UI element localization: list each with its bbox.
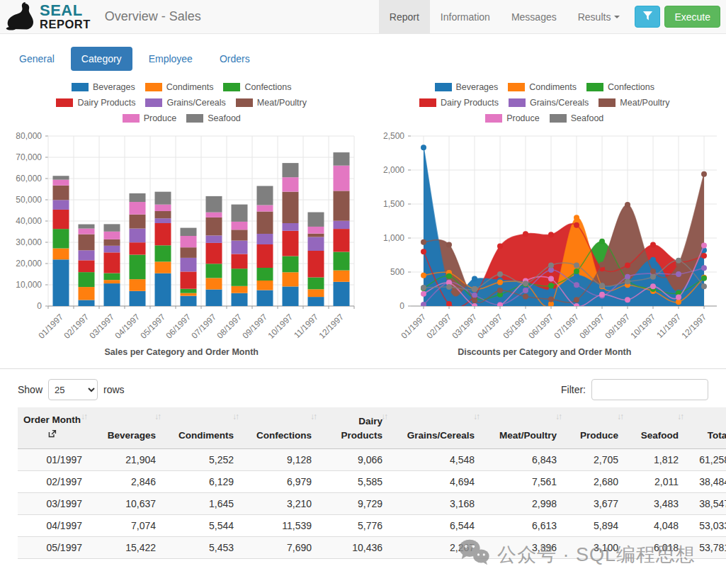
bar-segment-beverages[interactable] (103, 283, 120, 306)
bar-segment-meat-poultry[interactable] (154, 211, 171, 218)
column-header-total[interactable]: ↓↑Total (686, 407, 726, 449)
bar-segment-condiments[interactable] (333, 271, 349, 282)
sort-arrows-icon[interactable]: ↓↑ (617, 411, 623, 423)
bar-segment-seafood[interactable] (307, 213, 324, 227)
point-seafood[interactable] (421, 285, 426, 290)
bar-segment-dairy-products[interactable] (154, 223, 171, 245)
bar-segment-grains-cereals[interactable] (103, 246, 120, 253)
bar-segment-grains-cereals[interactable] (180, 258, 196, 272)
point-produce[interactable] (676, 295, 681, 300)
point-confections[interactable] (599, 239, 605, 244)
bar-segment-grains-cereals[interactable] (129, 229, 145, 243)
bar-segment-meat-poultry[interactable] (307, 234, 324, 237)
sort-arrows-icon[interactable]: ↓↑ (381, 411, 387, 423)
bar-segment-beverages[interactable] (333, 282, 349, 306)
bar-segment-produce[interactable] (180, 236, 196, 247)
tab-category[interactable]: Category (71, 47, 132, 71)
point-meat-poultry[interactable] (523, 294, 528, 300)
point-confections[interactable] (574, 268, 579, 274)
bar-segment-produce[interactable] (333, 166, 349, 191)
point-dairy-products[interactable] (497, 244, 503, 249)
point-meat-poultry[interactable] (650, 268, 656, 274)
bar-segment-seafood[interactable] (78, 225, 94, 229)
bar-segment-meat-poultry[interactable] (129, 215, 145, 229)
legend-item-grains-cereals[interactable]: Grains/Cereals (509, 95, 589, 111)
bar-segment-confections[interactable] (52, 229, 69, 248)
nav-item-information[interactable]: Information (430, 0, 501, 33)
bar-segment-condiments[interactable] (282, 272, 298, 286)
bar-segment-produce[interactable] (78, 229, 94, 234)
bar-segment-dairy-products[interactable] (180, 271, 196, 288)
bar-segment-confections[interactable] (103, 273, 120, 281)
bar-segment-produce[interactable] (154, 205, 171, 211)
bar-segment-confections[interactable] (180, 289, 196, 293)
point-meat-poultry[interactable] (599, 261, 605, 267)
point-condiments[interactable] (497, 279, 503, 285)
bar-segment-dairy-products[interactable] (52, 210, 69, 229)
sort-arrows-icon[interactable]: ↓↑ (555, 411, 561, 423)
bar-segment-seafood[interactable] (205, 196, 222, 213)
column-header-seafood[interactable]: ↓↑Seafood (625, 407, 686, 449)
bar-segment-grains-cereals[interactable] (282, 223, 298, 231)
point-grains-cereals[interactable] (676, 271, 681, 277)
point-dairy-products[interactable] (421, 249, 426, 254)
point-seafood[interactable] (548, 262, 554, 268)
bar-segment-beverages[interactable] (129, 291, 145, 306)
bar-segment-beverages[interactable] (307, 297, 324, 306)
bar-segment-grains-cereals[interactable] (256, 234, 273, 244)
bar-segment-condiments[interactable] (52, 249, 69, 260)
bar-segment-produce[interactable] (256, 205, 273, 212)
point-seafood[interactable] (625, 278, 630, 284)
bar-segment-dairy-products[interactable] (231, 254, 247, 269)
legend-item-produce[interactable]: Produce (485, 111, 540, 126)
filter-input[interactable] (591, 379, 708, 400)
column-header-condiments[interactable]: ↓↑Condiments (163, 407, 241, 449)
point-produce[interactable] (650, 283, 656, 289)
bar-segment-condiments[interactable] (180, 293, 196, 296)
tab-orders[interactable]: Orders (209, 47, 261, 71)
column-header-confections[interactable]: ↓↑Confections (241, 407, 319, 449)
bar-segment-confections[interactable] (205, 264, 222, 278)
sort-arrows-icon[interactable]: ↓↑ (232, 411, 238, 423)
bar-segment-seafood[interactable] (154, 192, 171, 205)
bar-segment-dairy-products[interactable] (205, 243, 222, 264)
sort-arrows-icon[interactable]: ↓↑ (81, 411, 86, 423)
point-seafood[interactable] (676, 258, 681, 264)
point-seafood[interactable] (650, 274, 656, 280)
bar-segment-produce[interactable] (205, 213, 222, 217)
sort-arrows-icon[interactable]: ↓↑ (154, 411, 160, 423)
point-confections[interactable] (548, 283, 554, 288)
bar-segment-confections[interactable] (78, 272, 94, 287)
bar-segment-dairy-products[interactable] (333, 229, 349, 251)
legend-item-dairy-products[interactable]: Dairy Products (419, 95, 499, 111)
bar-segment-condiments[interactable] (307, 289, 324, 297)
point-confections[interactable] (701, 276, 707, 281)
bar-segment-meat-poultry[interactable] (103, 239, 120, 246)
point-seafood[interactable] (574, 262, 579, 268)
bar-segment-grains-cereals[interactable] (307, 237, 324, 251)
point-seafood[interactable] (701, 283, 707, 289)
point-grains-cereals[interactable] (574, 282, 579, 288)
point-dairy-products[interactable] (523, 231, 528, 237)
legend-item-beverages[interactable]: Beverages (435, 79, 499, 95)
bar-segment-seafood[interactable] (103, 224, 120, 231)
point-meat-poultry[interactable] (574, 297, 579, 303)
bar-segment-dairy-products[interactable] (129, 242, 145, 254)
point-seafood[interactable] (599, 283, 605, 288)
bar-segment-condiments[interactable] (103, 280, 120, 283)
tab-general[interactable]: General (8, 47, 65, 71)
point-meat-poultry[interactable] (625, 202, 630, 208)
bar-segment-confections[interactable] (282, 256, 298, 273)
bar-segment-confections[interactable] (154, 245, 171, 261)
point-grains-cereals[interactable] (472, 293, 477, 298)
point-meat-poultry[interactable] (497, 288, 503, 293)
bar-segment-meat-poultry[interactable] (52, 186, 69, 200)
point-meat-poultry[interactable] (446, 242, 452, 248)
bar-segment-confections[interactable] (333, 252, 349, 271)
bar-segment-beverages[interactable] (205, 290, 222, 306)
legend-item-confections[interactable]: Confections (223, 79, 291, 95)
bar-segment-grains-cereals[interactable] (154, 218, 171, 223)
bar-segment-meat-poultry[interactable] (180, 247, 196, 258)
legend-item-seafood[interactable]: Seafood (186, 111, 241, 126)
sort-arrows-icon[interactable]: ↓↑ (310, 411, 316, 423)
